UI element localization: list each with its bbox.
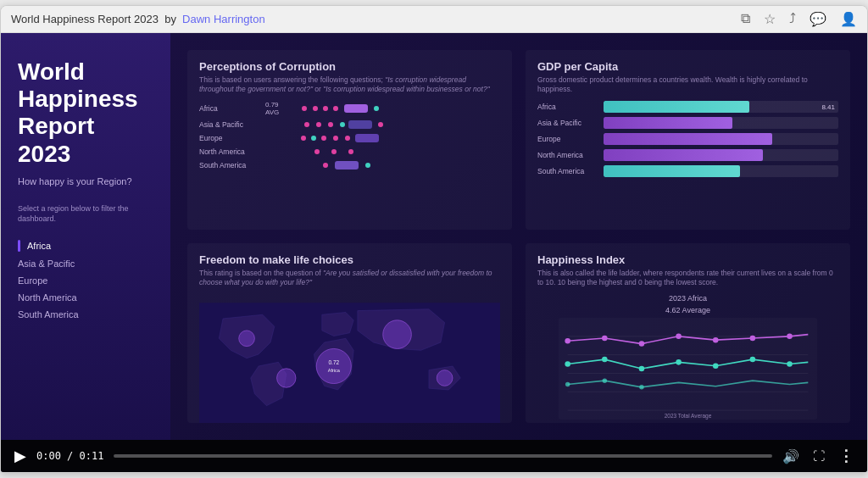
browser-window: World Happiness Report 2023 by Dawn Harr… [0, 5, 868, 473]
happiness-chart-avg-label: 4.62 Average [537, 306, 838, 314]
dot [331, 149, 337, 154]
map-bubble-south-america [277, 369, 296, 387]
video-controls: ▶ 0:00 / 0:11 🔊 ⛶ ⋮ [1, 440, 867, 472]
gdp-bar-row-europe: Europe [537, 133, 838, 145]
dot [316, 122, 321, 127]
dot [321, 136, 326, 141]
svg-point-23 [639, 385, 643, 389]
happiness-line-chart: 2023 Total Average [537, 318, 838, 420]
svg-point-8 [602, 336, 608, 342]
more-options-icon[interactable]: ⋮ [838, 447, 854, 465]
dot-row-north-america: North America [199, 147, 500, 157]
svg-rect-1 [559, 318, 817, 420]
happiness-chart-region-label: 2023 Africa [537, 294, 838, 303]
map-bubble-north-america [239, 331, 255, 347]
browser-action-icons: ⧉ ☆ ⤴ 💬 👤 [741, 11, 857, 27]
freedom-chart-panel: Freedom to make life choices This rating… [187, 243, 512, 423]
gdp-bar-fill [604, 101, 749, 113]
fullscreen-icon[interactable]: ⛶ [813, 449, 825, 463]
region-item-europe[interactable]: Europe [18, 272, 153, 289]
svg-point-22 [603, 379, 607, 383]
map-bubble-africa [316, 349, 351, 384]
region-label: North America [18, 292, 77, 303]
dot-row-europe: Europe [199, 133, 500, 143]
comment-icon[interactable]: 💬 [810, 11, 826, 27]
dot [328, 122, 333, 127]
gdp-chart-panel: GDP per Capita Gross domestic product de… [526, 50, 850, 230]
page-title: World Happiness Report 2023 by Dawn Harr… [11, 13, 734, 25]
dot-cluster [348, 120, 372, 129]
freedom-title: Freedom to make life choices [199, 253, 500, 266]
author-link[interactable]: Dawn Harrington [182, 13, 265, 25]
title-text: World Happiness Report 2023 [11, 13, 159, 25]
control-icons: 🔊 ⛶ ⋮ [782, 447, 854, 465]
map-bubble-asia [383, 320, 412, 349]
svg-point-15 [602, 357, 608, 363]
region-label: Europe [18, 275, 47, 286]
progress-bar[interactable] [114, 454, 772, 458]
svg-point-21 [565, 382, 570, 386]
gdp-bar-fill [604, 165, 740, 177]
browser-toolbar: World Happiness Report 2023 by Dawn Harr… [1, 6, 867, 33]
freedom-subtitle: This rating is based on the question of … [199, 269, 500, 287]
gdp-subtitle: Gross domestic product determines a coun… [537, 75, 838, 94]
copy-icon[interactable]: ⧉ [741, 11, 750, 27]
region-item-south-america[interactable]: South America [18, 306, 153, 323]
corruption-title: Perceptions of Corruption [199, 60, 500, 73]
dot [333, 106, 338, 111]
dot-row-south-america: South America [199, 160, 500, 170]
region-item-north-america[interactable]: North America [18, 289, 153, 306]
region-item-africa[interactable]: Africa [18, 236, 153, 255]
bookmark-icon[interactable]: ☆ [764, 11, 776, 27]
dot [333, 136, 338, 141]
svg-point-18 [713, 364, 719, 370]
svg-point-14 [565, 361, 570, 367]
sidebar-title: World Happiness Report 2023 [18, 58, 153, 168]
region-label: Africa [27, 241, 51, 251]
volume-icon[interactable]: 🔊 [782, 448, 799, 464]
gdp-bar-fill [604, 117, 732, 129]
main-content: Perceptions of Corruption This is based … [170, 33, 867, 440]
share-icon[interactable]: ⤴ [789, 11, 796, 27]
play-button[interactable]: ▶ [14, 447, 26, 465]
dot [301, 136, 306, 141]
svg-point-9 [639, 341, 645, 347]
gdp-bar-fill [604, 133, 772, 145]
map-bubble-label: 0.72 [328, 359, 339, 365]
svg-text:2023 Total Average: 2023 Total Average [665, 413, 712, 420]
region-list: Africa Asia & Pacific Europe North Ameri… [18, 236, 153, 323]
svg-point-10 [676, 334, 682, 340]
gdp-bar-row-north-america: North America [537, 149, 838, 161]
dot [374, 106, 379, 111]
dot-cluster [355, 134, 379, 142]
sidebar: World Happiness Report 2023 How happy is… [1, 33, 170, 440]
dot-cluster [344, 104, 368, 113]
map-bubble-sublabel: Africa [328, 369, 341, 374]
dot [313, 106, 318, 111]
dot [345, 136, 350, 141]
dot [304, 122, 309, 127]
svg-point-7 [565, 338, 570, 344]
gdp-bar-chart: Africa 8.41 Asia & Pacific [537, 101, 838, 177]
world-map: 0.72 Africa [199, 294, 500, 423]
profile-icon[interactable]: 👤 [840, 11, 857, 27]
dashboard: World Happiness Report 2023 How happy is… [1, 33, 867, 440]
dot [302, 106, 307, 111]
region-label: South America [18, 309, 79, 320]
corruption-subtitle: This is based on users answering the fol… [199, 75, 500, 94]
svg-point-16 [639, 366, 645, 372]
dot [340, 122, 345, 127]
dot [378, 122, 383, 127]
happiness-chart-panel: Happiness Index This is also called the … [526, 243, 850, 423]
svg-point-19 [750, 357, 756, 363]
gdp-bar-fill [604, 149, 763, 161]
gdp-bar-row-asia: Asia & Pacific [537, 117, 838, 129]
happiness-subtitle: This is also called the life ladder, whe… [537, 269, 838, 287]
svg-point-20 [787, 361, 793, 367]
svg-point-11 [713, 337, 719, 343]
happiness-title: Happiness Index [537, 253, 838, 266]
dot-cluster [335, 161, 359, 170]
gdp-bar-row-africa: Africa 8.41 [537, 101, 838, 113]
map-bubble-australia [437, 370, 453, 386]
region-item-asia[interactable]: Asia & Pacific [18, 255, 153, 272]
